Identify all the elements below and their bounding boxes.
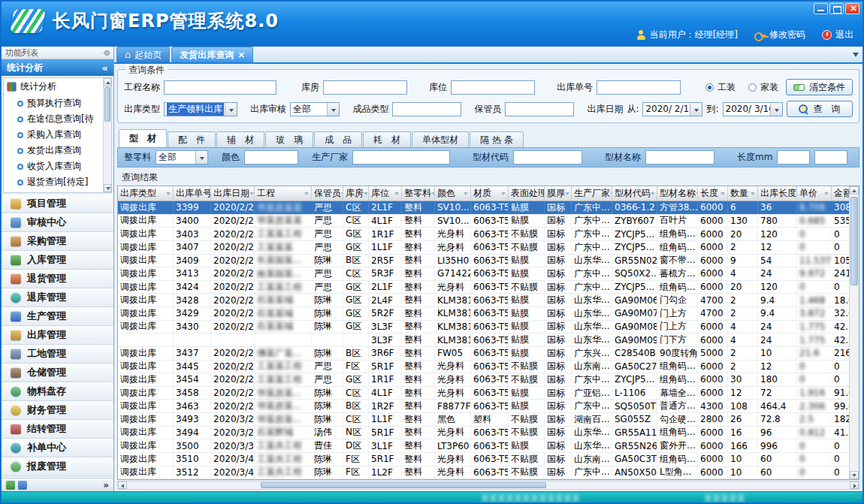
- table-row[interactable]: 调拨出库34002020/2/25华某原某某严思C区4L1F整料SV10...6…: [118, 215, 849, 228]
- table-row[interactable]: 调拨出库34942020/3/2石某辉城汤伟N区5R1F整料光身料6063-T5…: [118, 427, 849, 440]
- table-row[interactable]: 调拨出库34932020/3/2华某原某...陈琳C区1L1F整料黑色塑料不贴膜…: [118, 413, 849, 427]
- sidebar-item-return-store[interactable]: 退库管理: [2, 288, 113, 307]
- table-row[interactable]: 调拨出库34072020/2/25工某某某严思G区1L1F整料光身料6063-T…: [118, 241, 849, 255]
- change-password-button[interactable]: 修改密码: [754, 29, 805, 41]
- search-button[interactable]: 查 询: [787, 101, 853, 117]
- column-header-5[interactable]: 库房: [343, 186, 369, 201]
- sidebar-item-return-goods[interactable]: 退货管理: [2, 270, 113, 288]
- table-row[interactable]: 调拨出库34132020/2/26南某国某...严思C区5R3F整料G71422…: [118, 267, 849, 281]
- vscrollbar-thumb[interactable]: [850, 197, 858, 285]
- sidebar-item-audit[interactable]: 审核中心: [2, 213, 113, 232]
- table-row[interactable]: 调拨出库34372020/2/27佛某广某...陈琳B区3R6F整料FW0560…: [118, 347, 849, 361]
- scroll-down-icon[interactable]: [104, 184, 111, 192]
- column-header-17[interactable]: 出库长度: [758, 186, 797, 201]
- length-max-input[interactable]: [814, 150, 847, 164]
- close-button[interactable]: [845, 3, 859, 14]
- tree-scrollbar-thumb[interactable]: [104, 87, 110, 122]
- table-vertical-scrollbar[interactable]: [849, 186, 859, 479]
- tab-start-page[interactable]: 起始页: [116, 47, 170, 62]
- tree-item[interactable]: 在途信息查询[待: [4, 111, 111, 127]
- table-row[interactable]: 调拨出库34292020/2/26石某某城陈琳G区5R2F整料KLM381760…: [118, 307, 849, 321]
- sidebar-section-header[interactable]: 统计分析: [2, 59, 113, 76]
- column-header-7[interactable]: 整零料: [402, 186, 435, 201]
- tree-scrollbar[interactable]: [103, 78, 111, 192]
- column-header-13[interactable]: 型材代码: [612, 186, 657, 201]
- column-header-6[interactable]: 库位: [369, 186, 402, 201]
- table-row[interactable]: 调拨出库34092020/2/25长某国某...陈琳B区2R5F整料LI35H0…: [118, 255, 849, 268]
- sidebar-item-inbound[interactable]: 入库管理: [2, 251, 113, 270]
- scroll-left-icon[interactable]: [118, 481, 127, 489]
- material-tab-6[interactable]: 单体型材: [412, 131, 469, 147]
- tab-shipping-outbound-query[interactable]: 发货出库查询: [171, 47, 253, 62]
- profile-code-input[interactable]: [513, 150, 582, 164]
- scroll-up-icon[interactable]: [104, 78, 111, 86]
- outbound-audit-select[interactable]: 全部: [290, 102, 340, 116]
- date-from-picker[interactable]: 2020/ 2/16: [642, 102, 702, 116]
- sidebar-item-production[interactable]: 生产管理: [2, 307, 113, 326]
- table-row[interactable]: 调拨出库33992020/2/25华某原某某严思C区2L1F整料SV10...6…: [118, 201, 849, 215]
- material-tab-4[interactable]: 成 品: [314, 131, 362, 147]
- tree-item[interactable]: 发货出库查询: [4, 143, 111, 158]
- tree-root-statistics[interactable]: 统计分析: [4, 78, 111, 95]
- column-header-16[interactable]: 数量: [728, 186, 758, 201]
- table-row[interactable]: 调拨出库34582020/2/28华某原某...陈琳C区4L1F整料光身料606…: [118, 387, 849, 400]
- tree-item[interactable]: 收货入库查询: [4, 158, 111, 174]
- hscrollbar-thumb[interactable]: [261, 482, 546, 488]
- table-row[interactable]: 调拨出库34242020/2/26工某某工程严思G区2L1F整料光身料6063-…: [118, 281, 849, 294]
- radio-home[interactable]: [748, 83, 757, 92]
- maximize-button[interactable]: [829, 3, 844, 14]
- tree-item[interactable]: 采购入库查询: [4, 127, 111, 143]
- column-header-14[interactable]: 型材名称: [657, 186, 698, 201]
- table-row[interactable]: 调拨出库34032020/2/25工某某工程严思G区1R1F整料光身料6063-…: [118, 228, 849, 241]
- table-horizontal-scrollbar[interactable]: [117, 481, 859, 490]
- column-header-19[interactable]: 金额: [832, 186, 849, 201]
- sidebar-item-warehouse[interactable]: 仓储管理: [2, 364, 113, 382]
- table-row[interactable]: 调拨出库35102020/3/4工某共工程陈琳F区5R1F整料光身料6063-T…: [118, 453, 849, 466]
- minimize-button[interactable]: [814, 3, 828, 14]
- table-row[interactable]: 调拨出库34302020/2/26石某某城陈琳G区3L3F整料KLM381760…: [118, 321, 849, 334]
- length-min-input[interactable]: [777, 150, 810, 164]
- table-row[interactable]: 调拨出库34282020/2/26石某某城陈琳G区2L4F整料KLM381760…: [118, 294, 849, 307]
- tree-item[interactable]: 预算执行查询: [4, 95, 111, 111]
- panel-view-icon[interactable]: [6, 481, 15, 490]
- tree-item[interactable]: 退货查询[待定]: [4, 174, 111, 190]
- scroll-right-icon[interactable]: [850, 481, 859, 489]
- sidebar-item-carryover[interactable]: 结转管理: [2, 420, 113, 439]
- material-tab-1[interactable]: 配 件: [168, 131, 216, 147]
- column-header-15[interactable]: 长度: [698, 186, 728, 201]
- outbound-type-select[interactable]: 生产领料出库: [164, 102, 237, 116]
- color-input[interactable]: [244, 150, 298, 164]
- material-tab-3[interactable]: 玻 璃: [265, 131, 313, 147]
- table-row[interactable]: 调拨出库34452020/2/27工某某工程严思F区5R1F整料光身料6063-…: [118, 361, 849, 374]
- tab-close-icon[interactable]: [237, 50, 245, 60]
- more-panels-icon[interactable]: [103, 480, 109, 490]
- sidebar-item-scrap[interactable]: 报废管理: [2, 457, 113, 476]
- location-input[interactable]: [451, 80, 535, 95]
- radio-uniform[interactable]: [705, 83, 714, 92]
- table-row[interactable]: 3L3F整料KLM38176063-T5贴膜国标山东华...GA90M09...…: [118, 333, 849, 347]
- column-header-10[interactable]: 表面处理: [509, 186, 545, 201]
- table-row[interactable]: 调拨出库34632020/2/28华某原某...陈琳B区1R2F整料F8877F…: [118, 400, 849, 413]
- table-row[interactable]: 调拨出库35002020/3/3工某共工程曹佳D区3L1F整料LT3P60606…: [118, 439, 849, 453]
- clear-conditions-button[interactable]: 清空条件: [786, 79, 853, 95]
- column-header-4[interactable]: 保管员: [312, 186, 343, 201]
- pin-icon[interactable]: [104, 49, 111, 56]
- material-tab-7[interactable]: 隔 热 条: [470, 131, 524, 147]
- panel-list-icon[interactable]: [18, 481, 27, 490]
- column-header-9[interactable]: 材质: [471, 186, 509, 201]
- sidebar-item-outbound[interactable]: 出库管理: [2, 326, 113, 345]
- whole-piece-select[interactable]: 全部: [156, 150, 208, 164]
- product-type-input[interactable]: [392, 102, 461, 116]
- keeper-input[interactable]: [505, 102, 574, 116]
- column-header-3[interactable]: 工程: [255, 186, 312, 201]
- profile-name-input[interactable]: [645, 150, 714, 164]
- sidebar-item-inventory[interactable]: 物料盘存: [2, 382, 113, 401]
- sidebar-item-purchase[interactable]: 采购管理: [2, 232, 113, 251]
- scroll-up-icon[interactable]: [850, 186, 859, 195]
- logout-button[interactable]: 退出: [822, 29, 853, 41]
- table-row[interactable]: 调拨出库35122020/3/4工某共工程陈琳F区1L2F整料光身料6063-T…: [118, 466, 849, 480]
- column-header-8[interactable]: 颜色: [435, 186, 471, 201]
- sidebar-item-project[interactable]: 项目管理: [2, 195, 113, 213]
- material-tab-5[interactable]: 耗 材: [363, 131, 411, 147]
- column-header-2[interactable]: 出库日期: [211, 186, 255, 201]
